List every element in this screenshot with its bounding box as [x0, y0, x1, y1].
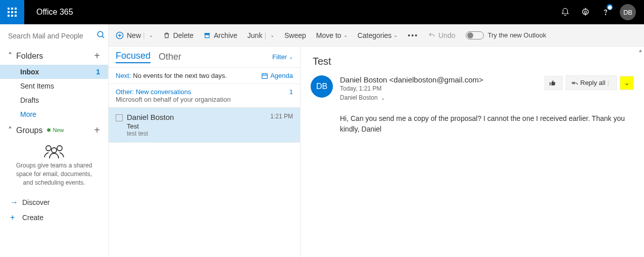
agenda-link[interactable]: Agenda — [261, 72, 293, 79]
chevron-down-icon[interactable]: ⌄ — [149, 32, 153, 38]
svg-point-11 — [97, 31, 103, 37]
calendar-icon — [261, 72, 268, 79]
folder-more[interactable]: More — [0, 107, 108, 121]
reading-subject: Test — [313, 56, 634, 67]
thumbs-up-icon — [549, 79, 556, 87]
junk-button[interactable]: Junk|⌄ — [247, 31, 274, 39]
message-subject: Test — [127, 122, 270, 130]
chevron-up-icon: ˄ — [8, 125, 12, 135]
chevron-down-icon[interactable]: ⌄ — [270, 32, 274, 38]
svg-point-9 — [584, 11, 587, 14]
plus-icon: + — [10, 213, 22, 222]
trash-icon — [163, 32, 170, 39]
create-link[interactable]: + Create — [0, 210, 108, 225]
folders-header[interactable]: ˄ Folders + — [0, 47, 108, 65]
message-item[interactable]: Daniel Boston Test test test 1:21 PM — [109, 108, 300, 143]
ellipsis-icon: ••• — [408, 31, 418, 39]
add-folder-button[interactable]: + — [94, 50, 100, 62]
recipient-line[interactable]: Daniel Boston ⌄ — [340, 94, 483, 101]
categories-button[interactable]: Categories⌄ — [358, 31, 398, 39]
user-avatar[interactable]: DB — [620, 4, 636, 20]
svg-rect-3 — [8, 11, 10, 13]
svg-rect-21 — [262, 73, 268, 78]
delete-button[interactable]: Delete — [163, 31, 193, 39]
sent-date: Today, 1:21 PM — [340, 85, 483, 92]
tab-focused[interactable]: Focused — [116, 51, 151, 63]
discover-link[interactable]: → Discover — [0, 195, 108, 210]
chevron-down-icon: ⌄ — [289, 54, 293, 60]
reply-all-button[interactable]: Reply all | — [566, 75, 617, 90]
folder-inbox[interactable]: Inbox1 — [0, 65, 108, 79]
folder-drafts[interactable]: Drafts — [0, 93, 108, 107]
svg-rect-20 — [205, 34, 209, 37]
chevron-down-icon: ⌄ — [381, 95, 385, 101]
try-new-outlook-label: Try the new Outlook — [488, 31, 547, 39]
folder-label: Sent Items — [20, 82, 54, 90]
try-new-outlook-toggle[interactable] — [466, 31, 484, 39]
next-events-row[interactable]: Next: No events for the next two days. A… — [109, 68, 300, 84]
sender-avatar[interactable]: DB — [311, 75, 333, 98]
plus-circle-icon — [116, 31, 124, 39]
search-icon[interactable] — [96, 30, 106, 41]
sweep-button[interactable]: Sweep — [284, 31, 306, 39]
toolbar: New|⌄ Delete Archive Junk|⌄ Sweep Move t… — [109, 24, 644, 47]
folder-label: More — [20, 110, 36, 118]
groups-header[interactable]: ˄ Groups ✱ New + — [0, 121, 108, 139]
search-input[interactable] — [8, 32, 96, 40]
svg-rect-19 — [205, 33, 210, 34]
tab-other[interactable]: Other — [159, 52, 181, 62]
scroll-up-icon[interactable]: ▲ — [637, 47, 644, 54]
groups-illustration — [0, 143, 108, 158]
app-name: Office 365 — [36, 8, 73, 17]
svg-point-15 — [52, 148, 57, 153]
app-launcher[interactable] — [0, 0, 24, 24]
message-body: Hi, Can you send me a copy of the propos… — [340, 113, 634, 135]
folders-label: Folders — [16, 52, 43, 61]
top-bar: Office 365 ⬤ DB — [0, 0, 644, 24]
svg-rect-0 — [8, 8, 10, 10]
svg-rect-1 — [11, 8, 13, 10]
undo-icon — [428, 32, 435, 39]
megaphone-badge-icon: ⬤ — [607, 4, 613, 10]
message-list: Focused Other Filter⌄ Next: No events fo… — [109, 47, 301, 257]
chevron-down-icon[interactable]: ⌄ — [343, 32, 348, 38]
groups-description: Groups give teams a shared space for ema… — [0, 161, 108, 187]
message-from: Daniel Boston — [127, 113, 270, 121]
next-label: Next: — [116, 72, 131, 79]
svg-point-13 — [46, 146, 51, 151]
undo-button[interactable]: Undo — [428, 31, 455, 39]
like-button[interactable] — [544, 76, 563, 90]
filter-button[interactable]: Filter⌄ — [272, 53, 293, 61]
chevron-down-icon[interactable]: ⌄ — [393, 32, 398, 38]
svg-point-14 — [57, 146, 62, 151]
sender-line: Daniel Boston <danielboston@gmail.com> — [340, 75, 483, 84]
other-conversations-row[interactable]: Other: New conversations Microsoft on be… — [109, 84, 300, 108]
folder-count: 1 — [96, 68, 100, 76]
archive-icon — [204, 32, 211, 39]
folder-label: Drafts — [20, 96, 39, 104]
svg-rect-2 — [15, 8, 17, 10]
other-count: 1 — [289, 88, 293, 103]
search-box[interactable] — [0, 24, 108, 47]
groups-label: Groups — [16, 126, 42, 135]
svg-rect-7 — [11, 15, 13, 17]
move-to-button[interactable]: Move to⌄ — [316, 31, 348, 39]
reading-pane: ▲ Test DB Daniel Boston <danielboston@gm… — [301, 47, 644, 257]
svg-rect-4 — [11, 11, 13, 13]
archive-button[interactable]: Archive — [204, 31, 237, 39]
message-checkbox[interactable] — [116, 114, 123, 121]
help-button[interactable]: ⬤ — [596, 0, 616, 24]
svg-point-10 — [605, 14, 606, 15]
reply-dropdown-button[interactable]: ⌄ — [620, 76, 634, 90]
new-button[interactable]: New|⌄ — [116, 31, 153, 39]
add-group-button[interactable]: + — [94, 124, 100, 136]
arrow-right-icon: → — [10, 198, 22, 207]
settings-button[interactable] — [575, 0, 596, 24]
other-title: Other: New conversations — [116, 88, 231, 96]
folder-sent-items[interactable]: Sent Items — [0, 79, 108, 93]
message-preview: test test — [127, 130, 270, 137]
svg-rect-5 — [15, 11, 17, 13]
waffle-icon — [8, 8, 17, 17]
notifications-button[interactable] — [555, 0, 575, 24]
more-actions-button[interactable]: ••• — [408, 31, 418, 39]
